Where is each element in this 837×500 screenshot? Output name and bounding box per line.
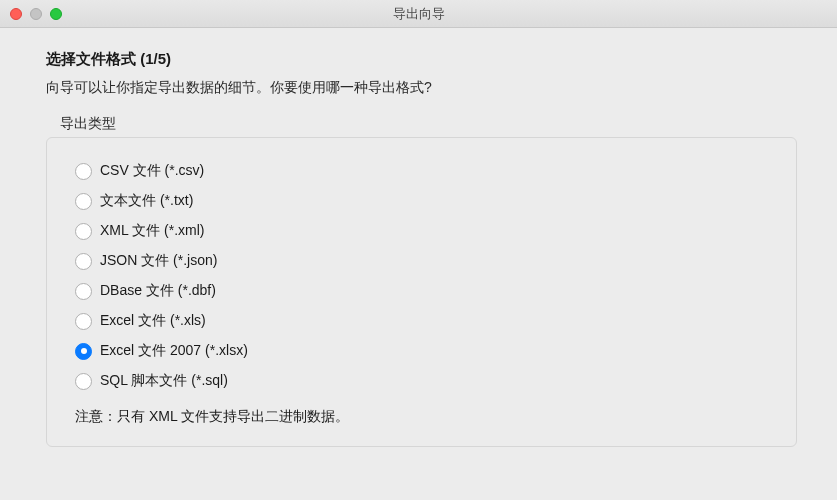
export-note: 注意：只有 XML 文件支持导出二进制数据。 [75, 408, 768, 426]
radio-label: SQL 脚本文件 (*.sql) [100, 372, 228, 390]
radio-icon[interactable] [75, 313, 92, 330]
radio-icon[interactable] [75, 283, 92, 300]
radio-icon[interactable] [75, 253, 92, 270]
radio-label: Excel 文件 2007 (*.xlsx) [100, 342, 248, 360]
group-label: 导出类型 [60, 115, 797, 133]
radio-label: Excel 文件 (*.xls) [100, 312, 206, 330]
radio-label: XML 文件 (*.xml) [100, 222, 204, 240]
export-type-option[interactable]: DBase 文件 (*.dbf) [75, 276, 768, 306]
export-type-group: CSV 文件 (*.csv)文本文件 (*.txt)XML 文件 (*.xml)… [46, 137, 797, 447]
minimize-icon [30, 8, 42, 20]
export-type-option[interactable]: XML 文件 (*.xml) [75, 216, 768, 246]
export-type-option[interactable]: Excel 文件 (*.xls) [75, 306, 768, 336]
step-description: 向导可以让你指定导出数据的细节。你要使用哪一种导出格式? [46, 79, 797, 97]
radio-icon[interactable] [75, 223, 92, 240]
radio-label: CSV 文件 (*.csv) [100, 162, 204, 180]
window-title: 导出向导 [0, 5, 837, 23]
radio-icon[interactable] [75, 343, 92, 360]
step-title: 选择文件格式 (1/5) [46, 50, 797, 69]
close-icon[interactable] [10, 8, 22, 20]
traffic-lights [0, 8, 62, 20]
export-type-option[interactable]: Excel 文件 2007 (*.xlsx) [75, 336, 768, 366]
wizard-content: 选择文件格式 (1/5) 向导可以让你指定导出数据的细节。你要使用哪一种导出格式… [0, 28, 837, 467]
export-type-option[interactable]: CSV 文件 (*.csv) [75, 156, 768, 186]
radio-list: CSV 文件 (*.csv)文本文件 (*.txt)XML 文件 (*.xml)… [75, 156, 768, 396]
maximize-icon[interactable] [50, 8, 62, 20]
radio-label: 文本文件 (*.txt) [100, 192, 193, 210]
radio-label: JSON 文件 (*.json) [100, 252, 217, 270]
radio-icon[interactable] [75, 373, 92, 390]
export-type-option[interactable]: 文本文件 (*.txt) [75, 186, 768, 216]
radio-icon[interactable] [75, 193, 92, 210]
export-type-option[interactable]: JSON 文件 (*.json) [75, 246, 768, 276]
radio-label: DBase 文件 (*.dbf) [100, 282, 216, 300]
titlebar: 导出向导 [0, 0, 837, 28]
export-type-option[interactable]: SQL 脚本文件 (*.sql) [75, 366, 768, 396]
radio-icon[interactable] [75, 163, 92, 180]
